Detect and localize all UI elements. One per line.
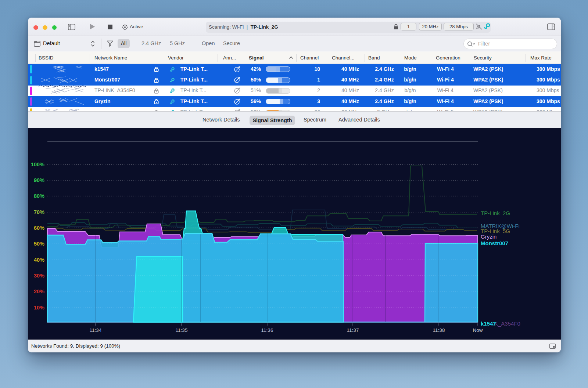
svg-text:11:34: 11:34 <box>90 327 102 333</box>
svg-text:90%: 90% <box>34 177 44 183</box>
svg-text:100%: 100% <box>31 162 44 167</box>
svg-text:11:35: 11:35 <box>176 327 188 333</box>
svg-text:Gryzin: Gryzin <box>481 233 496 240</box>
svg-text:10%: 10% <box>34 305 44 311</box>
svg-text:50%: 50% <box>34 241 44 247</box>
svg-text:k1547: k1547 <box>481 320 496 327</box>
svg-text:30%: 30% <box>34 273 44 279</box>
svg-text:11:37: 11:37 <box>347 327 359 333</box>
svg-text:40%: 40% <box>34 257 44 263</box>
svg-text:TP-Link_2G: TP-Link_2G <box>481 210 510 216</box>
svg-text:70%: 70% <box>34 209 44 215</box>
svg-text:Now: Now <box>473 327 483 333</box>
svg-text:11:38: 11:38 <box>433 327 445 333</box>
svg-text:80%: 80% <box>34 193 44 199</box>
svg-text:K_A354F0: K_A354F0 <box>494 320 520 327</box>
svg-text:Monstr007: Monstr007 <box>481 240 508 246</box>
svg-text:11:36: 11:36 <box>261 327 273 333</box>
svg-text:20%: 20% <box>34 289 44 294</box>
svg-text:60%: 60% <box>34 225 44 231</box>
